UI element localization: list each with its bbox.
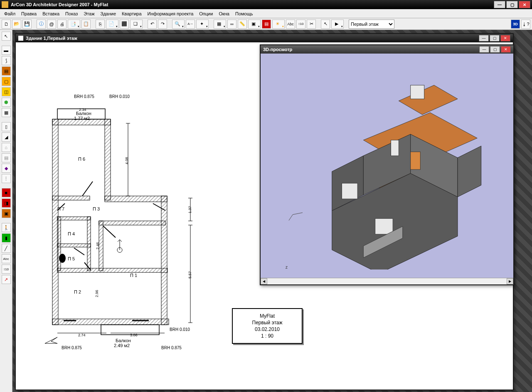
floor-select[interactable]: Первый этаж — [349, 20, 394, 29]
view-tool-button[interactable]: ▶ — [331, 20, 344, 29]
element-button[interactable]: ❏ — [130, 20, 143, 29]
orbit-button[interactable]: ✦ — [196, 20, 209, 29]
svg-line-46 — [293, 213, 303, 215]
project-info-box: MyFlat Первый этаж 03.02.2010 1 : 90 — [232, 308, 303, 344]
plan-maximize-button[interactable]: ▢ — [490, 35, 500, 42]
dim-557: 5.57 — [188, 271, 192, 279]
3d-house-icon — [265, 58, 509, 270]
railing-tool[interactable]: ▤ — [2, 153, 11, 162]
pointer-tool[interactable]: ↖ — [2, 32, 11, 41]
menu-insert[interactable]: Вставка — [40, 10, 62, 17]
copy-button[interactable]: ⎘ — [96, 20, 105, 29]
beam-tool[interactable]: ◢ — [2, 132, 11, 142]
3d-object-tool[interactable]: ⬢ — [2, 98, 11, 107]
line-tool[interactable]: ╱ — [2, 244, 11, 253]
preview-close-button[interactable]: ✕ — [501, 46, 511, 53]
context-help-button[interactable]: ⭳? — [521, 20, 530, 29]
menu-edit[interactable]: Правка — [19, 10, 39, 17]
svg-rect-13 — [57, 268, 167, 272]
undo-button[interactable]: ↶ — [148, 20, 157, 29]
wall-insert-button[interactable]: ⬛ — [120, 20, 129, 29]
solid-tool[interactable]: ◆ — [2, 164, 11, 173]
paste-button[interactable]: 📄 — [106, 20, 118, 29]
room-p2: П 2 — [74, 289, 81, 294]
redo-button[interactable]: ↷ — [158, 20, 167, 29]
door2-tool[interactable]: ◨ — [2, 198, 11, 208]
menu-project-info[interactable]: Информация проекта — [145, 10, 196, 17]
export-button[interactable]: 📑 — [68, 20, 80, 29]
stairs-tool[interactable]: ▤ — [2, 66, 11, 76]
snap-button[interactable]: ▣ — [248, 20, 261, 29]
window2-tool[interactable]: ▣ — [2, 209, 11, 218]
preview-maximize-button[interactable]: ▢ — [490, 46, 500, 53]
room-p3: П 3 — [93, 206, 100, 211]
left-toolbar: ↖ ▬ ⟆ ▤ ▢ ◫ ⬢ ▦ ▯ ◢ ⌂ ▤ ◆ ⋮ ■ ◨ ▣ 🚶 ▮ ╱ … — [0, 30, 12, 392]
ruler-button[interactable]: 📏 — [238, 20, 247, 29]
text-button[interactable]: Abc — [286, 20, 295, 29]
new-button[interactable]: 🗋 — [2, 20, 11, 29]
section-button[interactable]: ✂ — [307, 20, 316, 29]
layers-button[interactable]: ▤ — [262, 20, 271, 29]
menu-file[interactable]: Файл — [2, 10, 18, 17]
menu-show[interactable]: Показ — [63, 10, 80, 17]
browser-button[interactable]: ⓘ — [37, 20, 46, 29]
brh-br: BRH 0.010 — [170, 327, 190, 332]
zoom-button[interactable]: 🔍 — [172, 20, 185, 29]
balcony-bottom-label: Балкон — [116, 338, 131, 343]
plan-close-button[interactable]: ✕ — [500, 35, 510, 42]
svg-rect-6 — [105, 119, 111, 200]
dim-274: 2.74 — [78, 333, 86, 337]
door-tool[interactable]: ◫ — [2, 87, 11, 96]
menu-apartment[interactable]: Квартира — [119, 10, 144, 17]
save-button[interactable]: 💾 — [22, 20, 32, 29]
hatch-tool[interactable]: ▦ — [2, 108, 11, 117]
svg-line-47 — [289, 215, 293, 220]
scroll-left-button[interactable]: ◀ — [261, 278, 267, 284]
window-close-button[interactable]: ✕ — [519, 1, 530, 8]
compass-label: z — [286, 265, 288, 270]
menu-help[interactable]: Помощь — [233, 10, 256, 17]
print-button[interactable]: 🖨 — [57, 20, 66, 29]
grid-button[interactable]: ▦ — [214, 20, 226, 29]
text-tool[interactable]: Abc — [2, 254, 11, 263]
window-maximize-button[interactable]: ▢ — [506, 1, 518, 8]
room-p5: П 5 — [68, 256, 75, 261]
preview-canvas[interactable]: z — [261, 54, 513, 278]
room-p6: П 6 — [78, 157, 85, 162]
roof-tool[interactable]: ⌂ — [2, 143, 11, 152]
dim-button[interactable]: ↕10 — [296, 20, 305, 29]
cursor-tool-button[interactable]: ↖ — [321, 20, 330, 29]
menubar: Файл Правка Вставка Показ Этаж Здание Кв… — [0, 9, 532, 18]
wall-tool[interactable]: ▬ — [2, 46, 11, 55]
arc-wall-tool[interactable]: ⟆ — [2, 56, 11, 65]
menu-building[interactable]: Здание — [98, 10, 119, 17]
balcony-bottom-area: 2.49 м2 — [114, 343, 130, 348]
preview-scrollbar[interactable]: ◀ ▶ — [261, 278, 513, 284]
preview-minimize-button[interactable]: — — [479, 46, 489, 53]
info-name: MyFlat — [236, 313, 298, 319]
angle-tool[interactable]: ↗ — [2, 275, 11, 284]
person-tool[interactable]: 🚶 — [2, 223, 11, 232]
sun-button[interactable]: ☀ — [272, 20, 285, 29]
open-button[interactable]: 📂 — [12, 20, 21, 29]
clipboard-button[interactable]: 📋 — [81, 20, 91, 29]
zoom-area-button[interactable]: A↔ — [186, 20, 195, 29]
email-button[interactable]: @ — [47, 20, 56, 29]
svg-rect-2 — [52, 119, 111, 125]
red-square-tool[interactable]: ■ — [2, 188, 11, 197]
ruler-h-button[interactable]: ═ — [227, 20, 236, 29]
column-tool[interactable]: ▯ — [2, 122, 11, 131]
menu-options[interactable]: Опции — [197, 10, 215, 17]
dim-408: 4.08 — [125, 157, 129, 164]
main-toolbar: 🗋 📂 💾 ⓘ @ 🖨 📑 📋 ⎘ 📄 ⬛ ❏ ↶ ↷ 🔍 A↔ ✦ ▦ ═ 📏… — [0, 18, 532, 30]
menu-windows[interactable]: Окна — [216, 10, 232, 17]
measure-tool[interactable]: ↕10 — [2, 265, 11, 274]
dot-tool[interactable]: ⋮ — [2, 174, 11, 183]
scroll-right-button[interactable]: ▶ — [507, 278, 513, 284]
plan-minimize-button[interactable]: — — [479, 35, 489, 42]
menu-floor[interactable]: Этаж — [81, 10, 97, 17]
window-minimize-button[interactable]: — — [494, 1, 505, 8]
3d-mode-button[interactable]: 3D — [511, 20, 520, 29]
window-tool[interactable]: ▢ — [2, 77, 11, 86]
green-tool[interactable]: ▮ — [2, 233, 11, 243]
